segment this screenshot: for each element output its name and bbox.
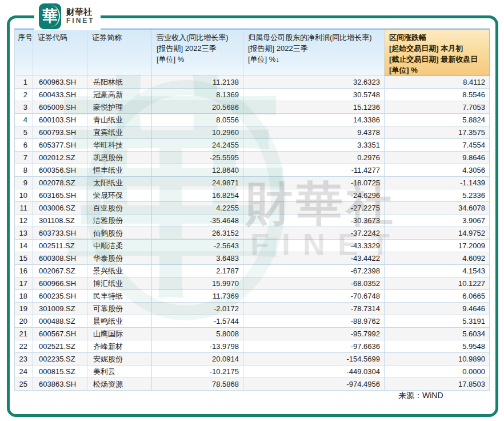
security-code-cell: 002012.SZ bbox=[33, 152, 87, 164]
row-index: 19 bbox=[15, 303, 33, 315]
revenue-growth-cell: -10.2175 bbox=[152, 366, 243, 378]
table-row[interactable]: 11003006.SZ百亚股份4.2255-27.227534.6078 bbox=[15, 202, 490, 215]
table-row[interactable]: 16002067.SZ景兴纸业2.1787-67.23984.1543 bbox=[15, 265, 490, 277]
interval-change-cell: 10.9890 bbox=[385, 353, 490, 366]
interval-change-cell: 7.4554 bbox=[385, 139, 490, 152]
row-index: 5 bbox=[15, 126, 33, 139]
interval-change-cell: 34.6078 bbox=[385, 202, 490, 215]
table-row[interactable]: 1600963.SH岳阳林纸11.213832.63238.4112 bbox=[15, 76, 490, 89]
profit-growth-cell: -154.5699 bbox=[243, 353, 385, 366]
interval-change-cell: 0.0000 bbox=[385, 366, 490, 378]
row-index: 23 bbox=[15, 353, 33, 366]
profit-growth-cell: -449.0304 bbox=[243, 366, 385, 378]
security-code-cell: 301108.SZ bbox=[33, 215, 87, 227]
security-code-cell: 002511.SZ bbox=[33, 240, 87, 252]
table-row[interactable]: 13603733.SH仙鹤股份26.3152-37.224214.9752 bbox=[15, 227, 490, 240]
security-code-cell: 600963.SH bbox=[33, 76, 87, 89]
data-source-label: 来源：WiND bbox=[398, 391, 443, 401]
table-row[interactable]: 3605009.SH豪悦护理20.568615.12367.7053 bbox=[15, 101, 490, 114]
table-row[interactable]: 23002235.SZ安妮股份20.0914-154.569910.9890 bbox=[15, 353, 490, 366]
header-revenue-growth[interactable]: 营业收入(同比增长率) [报告期] 2022三季 [单位] % bbox=[152, 29, 243, 76]
security-name-cell: 岳阳林纸 bbox=[87, 76, 152, 89]
profit-growth-cell: 32.6323 bbox=[243, 76, 385, 89]
interval-change-cell: 3.9067 bbox=[385, 215, 490, 227]
revenue-growth-cell: 8.0556 bbox=[152, 114, 243, 126]
header-security-code[interactable]: 证券代码 bbox=[33, 29, 87, 76]
revenue-growth-cell: 12.8640 bbox=[152, 164, 243, 177]
security-code-cell: 603733.SH bbox=[33, 227, 87, 240]
table-row[interactable]: 15600308.SH华泰股份3.6483-43.44224.6092 bbox=[15, 252, 490, 265]
table-row[interactable]: 6605377.SH华旺科技24.24553.33517.4554 bbox=[15, 139, 490, 152]
security-code-cell: 002067.SZ bbox=[33, 265, 87, 277]
security-code-cell: 603863.SH bbox=[33, 378, 87, 391]
table-row[interactable]: 22002521.SZ齐峰新材-13.9798-97.66365.9548 bbox=[15, 340, 490, 353]
row-index: 21 bbox=[15, 328, 33, 340]
interval-change-cell: 9.4646 bbox=[385, 303, 490, 315]
table-row[interactable]: 17600966.SH博汇纸业15.9970-68.035210.1227 bbox=[15, 277, 490, 290]
logo-name-en: FINET bbox=[66, 17, 95, 25]
row-index: 18 bbox=[15, 290, 33, 303]
table-row[interactable]: 20000488.SZ晨鸣纸业-1.5744-88.97625.3191 bbox=[15, 315, 490, 328]
row-index: 13 bbox=[15, 227, 33, 240]
security-name-cell: 中顺洁柔 bbox=[87, 240, 152, 252]
revenue-growth-cell: 3.6483 bbox=[152, 252, 243, 265]
security-name-cell: 荣晟环保 bbox=[87, 189, 152, 202]
revenue-growth-cell: 20.5686 bbox=[152, 101, 243, 114]
table-row[interactable]: 9002078.SZ太阳纸业24.9871-18.0725-1.1439 bbox=[15, 177, 490, 189]
interval-change-cell: 4.3056 bbox=[385, 164, 490, 177]
security-code-cell: 000488.SZ bbox=[33, 315, 87, 328]
interval-change-cell: 5.8824 bbox=[385, 114, 490, 126]
table-row[interactable]: 19301009.SZ可靠股份-2.0172-78.73149.4646 bbox=[15, 303, 490, 315]
header-interval-change[interactable]: 区间涨跌幅 [起始交易日期] 本月初 [截止交易日期] 最新收盘日 [单位] % bbox=[385, 29, 490, 76]
security-name-cell: 华旺科技 bbox=[87, 139, 152, 152]
table-row[interactable]: 18600235.SH民丰特纸11.7369-70.67486.0665 bbox=[15, 290, 490, 303]
table-row[interactable]: 21600567.SH山鹰国际5.8008-95.79925.6034 bbox=[15, 328, 490, 340]
revenue-growth-cell: 16.8254 bbox=[152, 189, 243, 202]
security-name-cell: 宜宾纸业 bbox=[87, 126, 152, 139]
table-row[interactable]: 14002511.SZ中顺洁柔-2.5643-43.332917.2009 bbox=[15, 240, 490, 252]
row-index: 25 bbox=[15, 378, 33, 391]
security-code-cell: 600235.SH bbox=[33, 290, 87, 303]
table-row[interactable]: 24000815.SZ美利云-10.2175-449.03040.0000 bbox=[15, 366, 490, 378]
security-name-cell: 豪悦护理 bbox=[87, 101, 152, 114]
header-security-name[interactable]: 证券简称 bbox=[87, 29, 152, 76]
profit-growth-cell: -43.4422 bbox=[243, 252, 385, 265]
row-index: 11 bbox=[15, 202, 33, 215]
table-row[interactable]: 25603863.SH松炀资源78.5868-974.495617.8503 bbox=[15, 378, 490, 391]
header-profit-growth[interactable]: 归属母公司股东的净利润(同比增长率) [报告期] 2022三季 [单位] %↓ bbox=[243, 29, 385, 76]
table-row[interactable]: 7002012.SZ凯恩股份-25.55950.29769.8646 bbox=[15, 152, 490, 164]
revenue-growth-cell: 11.2138 bbox=[152, 76, 243, 89]
profit-growth-cell: -88.9762 bbox=[243, 315, 385, 328]
interval-change-cell: -1.1439 bbox=[385, 177, 490, 189]
table-row[interactable]: 8600356.SH恒丰纸业12.8640-11.42774.3056 bbox=[15, 164, 490, 177]
row-index: 12 bbox=[15, 215, 33, 227]
table-row[interactable]: 2600433.SH冠豪高新8.136930.57488.5546 bbox=[15, 89, 490, 101]
revenue-growth-cell: 78.5868 bbox=[152, 378, 243, 391]
table-row[interactable]: 5600793.SH宜宾纸业10.29609.437817.3575 bbox=[15, 126, 490, 139]
security-name-cell: 博汇纸业 bbox=[87, 277, 152, 290]
security-name-cell: 景兴纸业 bbox=[87, 265, 152, 277]
row-index: 10 bbox=[15, 189, 33, 202]
revenue-growth-cell: 20.0914 bbox=[152, 353, 243, 366]
profit-growth-cell: 9.4378 bbox=[243, 126, 385, 139]
interval-change-cell: 17.8503 bbox=[385, 378, 490, 391]
table-row[interactable]: 10603165.SH荣晟环保16.8254-24.62965.2336 bbox=[15, 189, 490, 202]
table-row[interactable]: 4600103.SH青山纸业8.055614.33865.8824 bbox=[15, 114, 490, 126]
finet-logo: 華 财華社 FINET bbox=[34, 2, 101, 30]
security-code-cell: 600966.SH bbox=[33, 277, 87, 290]
row-index: 15 bbox=[15, 252, 33, 265]
security-name-cell: 太阳纸业 bbox=[87, 177, 152, 189]
finet-logo-icon: 華 bbox=[39, 3, 61, 29]
row-index: 14 bbox=[15, 240, 33, 252]
profit-growth-cell: -24.6296 bbox=[243, 189, 385, 202]
interval-change-cell: 4.6092 bbox=[385, 252, 490, 265]
security-name-cell: 凯恩股份 bbox=[87, 152, 152, 164]
header-index[interactable]: 序号 bbox=[15, 29, 33, 76]
profit-growth-cell: -11.4277 bbox=[243, 164, 385, 177]
interval-change-cell: 4.1543 bbox=[385, 265, 490, 277]
row-index: 20 bbox=[15, 315, 33, 328]
security-code-cell: 301009.SZ bbox=[33, 303, 87, 315]
security-code-cell: 605009.SH bbox=[33, 101, 87, 114]
table-row[interactable]: 12301108.SZ洁雅股份-35.4648-30.36733.9067 bbox=[15, 215, 490, 227]
profit-growth-cell: -67.2398 bbox=[243, 265, 385, 277]
